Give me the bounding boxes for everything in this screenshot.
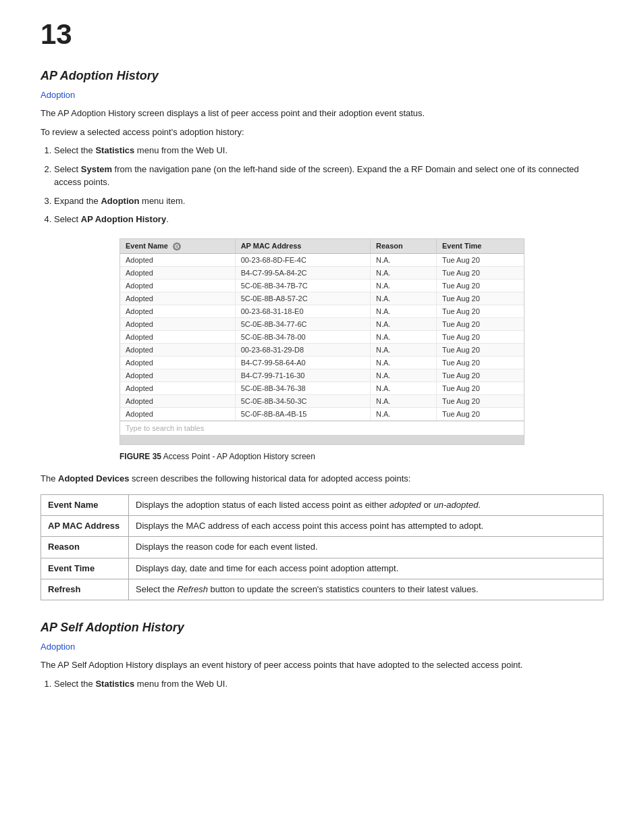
table-cell: 5C-0E-8B-34-78-00 <box>235 330 370 343</box>
search-bar[interactable]: Type to search in tables <box>120 421 524 435</box>
table-cell: Adopted <box>120 394 235 407</box>
figure-caption: FIGURE 35 Access Point - AP Adoption His… <box>119 452 525 461</box>
table-cell: Adopted <box>120 305 235 317</box>
step1-after: menu from the Web UI. <box>134 145 227 155</box>
table-cell: 00-23-68-31-29-D8 <box>235 343 370 356</box>
step3-before: Expand the <box>54 196 101 206</box>
step-3: Expand the Adoption menu item. <box>54 194 603 208</box>
section-ap-self-adoption-history: AP Self Adoption History Adoption The AP… <box>41 621 603 690</box>
table-cell: Tue Aug 20 <box>436 407 524 420</box>
table-cell: N.A. <box>371 369 437 382</box>
table-cell: Adopted <box>120 407 235 420</box>
chapter-number: 13 <box>41 20 603 49</box>
table-cell: N.A. <box>371 305 437 317</box>
breadcrumb-adoption-2[interactable]: Adoption <box>41 642 603 652</box>
table-cell: 5C-0E-8B-34-77-6C <box>235 317 370 330</box>
col-reason: Reason <box>371 239 437 254</box>
table-cell: N.A. <box>371 330 437 343</box>
table-cell: Tue Aug 20 <box>436 369 524 382</box>
section-ap-adoption-history: AP Adoption History Adoption The AP Adop… <box>41 69 603 600</box>
table-cell: N.A. <box>371 407 437 420</box>
table-cell: Adopted <box>120 382 235 394</box>
table-cell: B4-C7-99-58-64-A0 <box>235 356 370 369</box>
figure-label: FIGURE 35 <box>119 452 161 461</box>
adopted-devices-intro: The Adopted Devices screen describes the… <box>41 472 603 486</box>
adoption-history-table: Event Name ⊙ AP MAC Address Reason Event… <box>120 239 524 421</box>
table-cell: 5C-0E-8B-34-50-3C <box>235 394 370 407</box>
section2-step1-before: Select the <box>54 679 95 689</box>
data-table-field: Event Time <box>41 558 129 579</box>
data-table-row: AP MAC AddressDisplays the MAC address o… <box>41 516 603 537</box>
table-cell: Adopted <box>120 343 235 356</box>
table-cell: N.A. <box>371 266 437 279</box>
table-cell: N.A. <box>371 292 437 305</box>
section2-intro: The AP Self Adoption History displays an… <box>41 658 603 672</box>
table-cell: B4-C7-99-71-16-30 <box>235 369 370 382</box>
table-cell: 00-23-68-8D-FE-4C <box>235 253 370 266</box>
table-cell: N.A. <box>371 356 437 369</box>
col-event-name: Event Name ⊙ <box>120 239 235 254</box>
table-cell: Tue Aug 20 <box>436 292 524 305</box>
table-cell: Tue Aug 20 <box>436 305 524 317</box>
step3-bold: Adoption <box>101 196 139 206</box>
page-container: 13 AP Adoption History Adoption The AP A… <box>0 0 644 834</box>
table-cell: Tue Aug 20 <box>436 317 524 330</box>
step4-bold: AP Adoption History <box>81 214 166 224</box>
step4-before: Select <box>54 214 81 224</box>
table-cell: Tue Aug 20 <box>436 330 524 343</box>
step2-before: Select <box>54 164 81 174</box>
data-table-description: Displays day, date and time for each acc… <box>129 558 603 579</box>
step-2: Select System from the navigation pane (… <box>54 163 603 189</box>
intro-text-2: To review a selected access point's adop… <box>41 126 603 139</box>
data-table-field: Reason <box>41 537 129 558</box>
table-cell: Adopted <box>120 253 235 266</box>
step1-bold: Statistics <box>95 145 134 155</box>
table-cell: 5C-0E-8B-34-76-38 <box>235 382 370 394</box>
data-table: Event NameDisplays the adoption status o… <box>41 494 603 600</box>
table-cell: N.A. <box>371 343 437 356</box>
breadcrumb-adoption-1[interactable]: Adoption <box>41 90 603 100</box>
steps-list-2: Select the Statistics menu from the Web … <box>54 677 603 691</box>
table-cell: Adopted <box>120 356 235 369</box>
adopted-devices-bold: Adopted Devices <box>58 473 129 484</box>
step3-after: menu item. <box>139 196 185 206</box>
table-cell: N.A. <box>371 382 437 394</box>
table-cell: Adopted <box>120 330 235 343</box>
data-table-description: Displays the adoption status of each lis… <box>129 495 603 516</box>
table-cell: 00-23-68-31-18-E0 <box>235 305 370 317</box>
table-cell: Tue Aug 20 <box>436 356 524 369</box>
data-table-row: Event TimeDisplays day, date and time fo… <box>41 558 603 579</box>
table-cell: N.A. <box>371 317 437 330</box>
data-table-description: Displays the MAC address of each access … <box>129 516 603 537</box>
table-cell: Tue Aug 20 <box>436 253 524 266</box>
table-cell: Tue Aug 20 <box>436 343 524 356</box>
table-cell: B4-C7-99-5A-84-2C <box>235 266 370 279</box>
col-event-time: Event Time <box>436 239 524 254</box>
data-table-description: Select the Refresh button to update the … <box>129 579 603 600</box>
step4-period: . <box>166 214 169 224</box>
table-cell: N.A. <box>371 279 437 292</box>
step-4: Select AP Adoption History. <box>54 213 603 226</box>
table-cell: Adopted <box>120 279 235 292</box>
table-cell: 5C-0E-8B-34-7B-7C <box>235 279 370 292</box>
screenshot-footer <box>120 435 524 444</box>
table-cell: Adopted <box>120 292 235 305</box>
step-1: Select the Statistics menu from the Web … <box>54 144 603 157</box>
step2-bold: System <box>81 164 112 174</box>
step2-after: from the navigation pane (on the left-ha… <box>54 164 579 188</box>
table-cell: 5C-0E-8B-A8-57-2C <box>235 292 370 305</box>
screenshot-container: Event Name ⊙ AP MAC Address Reason Event… <box>119 238 525 445</box>
table-cell: Tue Aug 20 <box>436 382 524 394</box>
intro-text-1: The AP Adoption History screen displays … <box>41 107 603 120</box>
table-cell: Tue Aug 20 <box>436 279 524 292</box>
data-table-row: ReasonDisplays the reason code for each … <box>41 537 603 558</box>
data-table-field: AP MAC Address <box>41 516 129 537</box>
data-table-field: Refresh <box>41 579 129 600</box>
table-cell: Adopted <box>120 317 235 330</box>
table-cell: Tue Aug 20 <box>436 394 524 407</box>
col-ap-mac: AP MAC Address <box>235 239 370 254</box>
table-cell: N.A. <box>371 253 437 266</box>
figure-caption-desc: Access Point - AP Adoption History scree… <box>163 452 315 461</box>
section1-title: AP Adoption History <box>41 69 603 83</box>
data-table-field: Event Name <box>41 495 129 516</box>
